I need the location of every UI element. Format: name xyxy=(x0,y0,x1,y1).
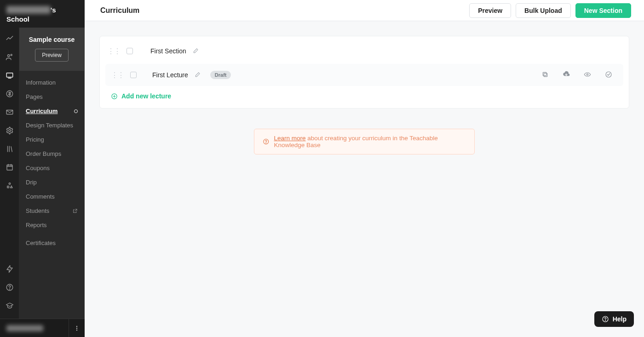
school-header: Owner Name's School xyxy=(0,0,85,28)
page-title: Curriculum xyxy=(100,6,139,15)
svg-point-11 xyxy=(8,130,11,132)
user-name-redacted xyxy=(6,325,43,331)
new-section-button[interactable]: New Section xyxy=(575,3,631,18)
cloud-download-icon[interactable] xyxy=(563,71,570,80)
draft-badge: Draft xyxy=(210,71,231,79)
banner-text: Learn more about creating your curriculu… xyxy=(274,135,466,149)
svg-rect-15 xyxy=(7,165,12,170)
section-card: ⋮⋮ First Section ⋮⋮ First Lecture xyxy=(99,36,629,109)
sidebar-item-information[interactable]: Information xyxy=(19,75,84,90)
svg-rect-26 xyxy=(543,72,546,75)
svg-point-35 xyxy=(605,320,605,321)
svg-point-27 xyxy=(586,74,588,75)
help-label: Help xyxy=(613,315,627,323)
sidebar-item-curriculum[interactable]: Curriculum xyxy=(19,104,84,118)
edit-section-icon[interactable] xyxy=(193,47,199,55)
nav-bolt-icon[interactable] xyxy=(4,263,15,274)
svg-marker-22 xyxy=(7,266,12,273)
publish-check-icon[interactable] xyxy=(605,71,612,80)
drag-handle-icon[interactable]: ⋮⋮ xyxy=(111,71,124,80)
svg-line-14 xyxy=(11,147,12,152)
sidebar-item-pages[interactable]: Pages xyxy=(19,90,84,104)
svg-point-19 xyxy=(9,183,10,184)
school-owner-redacted: Owner Name xyxy=(6,6,51,14)
nav-library-icon[interactable] xyxy=(4,143,15,154)
help-widget[interactable]: Help xyxy=(594,311,634,327)
nav-calendar-icon[interactable] xyxy=(4,162,15,173)
sidebar-item-design-templates[interactable]: Design Templates xyxy=(19,118,84,132)
svg-point-4 xyxy=(76,330,77,330)
content-area: ⋮⋮ First Section ⋮⋮ First Lecture xyxy=(85,21,644,337)
nav-email-icon[interactable] xyxy=(4,107,15,118)
nav-courses-icon[interactable] xyxy=(4,70,15,81)
add-lecture-label: Add new lecture xyxy=(121,92,171,100)
course-nav-list: Information Pages Curriculum Design Temp… xyxy=(19,71,84,255)
bulk-upload-button[interactable]: Bulk Upload xyxy=(516,3,571,18)
svg-point-3 xyxy=(76,328,77,328)
plus-circle-icon xyxy=(111,93,118,100)
lecture-action-icons xyxy=(541,71,618,80)
sidebar-item-students[interactable]: Students xyxy=(19,204,84,218)
svg-point-0 xyxy=(73,7,77,11)
sidebar-item-pricing[interactable]: Pricing xyxy=(19,132,84,147)
nav-help-icon[interactable] xyxy=(4,282,15,293)
lecture-title: First Lecture xyxy=(152,71,188,79)
user-more-menu[interactable] xyxy=(69,319,80,337)
svg-point-6 xyxy=(11,54,12,56)
top-bar: Curriculum Preview Bulk Upload New Secti… xyxy=(85,0,644,21)
svg-line-1 xyxy=(77,11,78,12)
user-bar xyxy=(0,319,85,337)
help-circle-icon xyxy=(263,138,269,145)
nav-settings-icon[interactable] xyxy=(4,125,15,136)
nav-apps-icon[interactable] xyxy=(4,180,15,191)
svg-rect-25 xyxy=(544,73,547,76)
svg-point-33 xyxy=(266,143,266,143)
svg-point-2 xyxy=(76,326,77,326)
nav-users-icon[interactable] xyxy=(4,51,15,63)
course-title: Sample course xyxy=(25,36,79,43)
duplicate-icon[interactable] xyxy=(541,71,549,80)
svg-marker-21 xyxy=(10,186,12,188)
section-row: ⋮⋮ First Section xyxy=(100,38,629,64)
help-circle-icon xyxy=(602,315,609,323)
course-sidebar: Sample course Preview Information Pages … xyxy=(19,0,85,337)
primary-nav-rail xyxy=(0,0,19,337)
learn-more-link[interactable]: Learn more xyxy=(274,135,305,142)
sidebar-item-coupons[interactable]: Coupons xyxy=(19,161,84,175)
sidebar-item-comments[interactable]: Comments xyxy=(19,189,84,204)
svg-rect-7 xyxy=(6,73,13,77)
preview-button[interactable]: Preview xyxy=(469,3,511,18)
search-icon[interactable] xyxy=(72,6,79,14)
sidebar-item-reports[interactable]: Reports xyxy=(19,218,84,232)
lecture-row[interactable]: ⋮⋮ First Lecture Draft xyxy=(105,64,623,86)
section-checkbox[interactable] xyxy=(126,48,133,54)
external-link-icon xyxy=(72,208,78,214)
edit-lecture-icon[interactable] xyxy=(195,71,201,79)
svg-point-24 xyxy=(9,289,10,289)
svg-point-28 xyxy=(606,72,611,77)
visibility-icon[interactable] xyxy=(584,71,591,80)
lecture-checkbox[interactable] xyxy=(130,72,137,78)
nav-sales-icon[interactable] xyxy=(4,88,15,99)
top-actions: Preview Bulk Upload New Section xyxy=(469,3,631,18)
knowledge-base-banner: Learn more about creating your curriculu… xyxy=(254,129,475,154)
sidebar-item-certificates[interactable]: Certificates xyxy=(19,236,84,250)
nav-analytics-icon[interactable] xyxy=(4,33,15,44)
drag-handle-icon[interactable]: ⋮⋮ xyxy=(107,47,120,56)
school-name: Owner Name's School xyxy=(6,6,72,23)
sidebar-item-drip[interactable]: Drip xyxy=(19,175,84,189)
main-content: Curriculum Preview Bulk Upload New Secti… xyxy=(85,0,644,337)
section-title: First Section xyxy=(150,47,186,55)
active-indicator-icon xyxy=(74,109,78,113)
nav-graduation-icon[interactable] xyxy=(4,300,15,311)
course-header: Sample course Preview xyxy=(19,28,84,71)
svg-rect-20 xyxy=(7,186,9,188)
svg-point-5 xyxy=(7,55,10,57)
sidebar-item-order-bumps[interactable]: Order Bumps xyxy=(19,147,84,161)
preview-course-button[interactable]: Preview xyxy=(35,49,69,62)
add-new-lecture-button[interactable]: Add new lecture xyxy=(100,86,629,100)
